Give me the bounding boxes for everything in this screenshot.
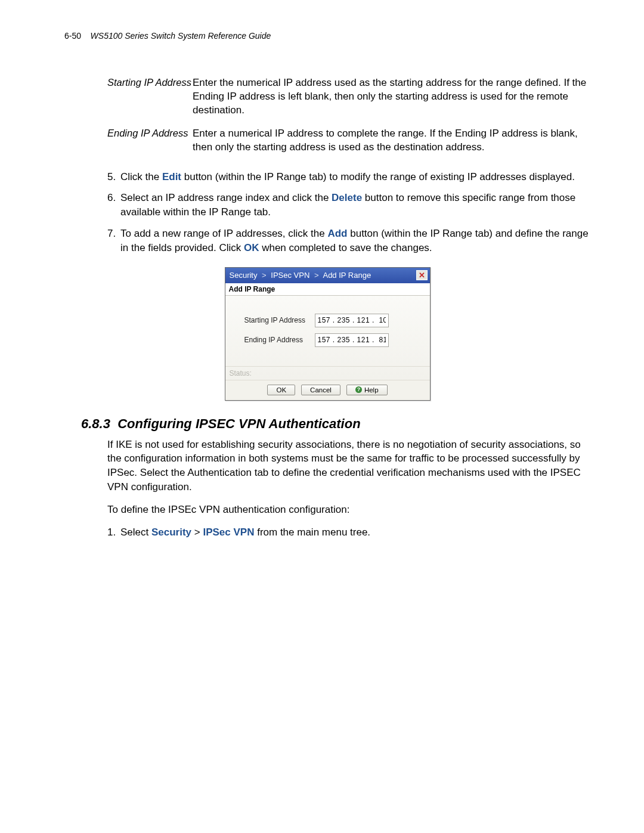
def-term: Ending IP Address [107, 127, 193, 154]
step-list: 1. Select Security > IPSec VPN from the … [107, 525, 590, 540]
def-term: Starting IP Address [107, 76, 193, 117]
step-text: Select Security > IPSec VPN from the mai… [120, 525, 590, 540]
nav-ipsecvpn: IPSec VPN [203, 527, 254, 538]
help-icon: ? [355, 386, 362, 393]
breadcrumb-item: Add IP Range [323, 271, 371, 280]
guide-title: WS5100 Series Switch System Reference Gu… [91, 31, 271, 41]
status-bar: Status: [225, 366, 430, 380]
field-row: Ending IP Address [244, 333, 418, 347]
step-item: 7. To add a new range of IP addresses, c… [107, 227, 590, 255]
dialog-titlebar: Security > IPSec VPN > Add IP Range ✕ [225, 268, 430, 283]
close-icon: ✕ [419, 271, 425, 279]
step-number: 5. [107, 170, 120, 184]
dialog-footer: OK Cancel ? Help [225, 380, 430, 400]
step-list: 5. Click the Edit button (within the IP … [107, 170, 590, 255]
dialog-screenshot: Security > IPSec VPN > Add IP Range ✕ Ad… [225, 267, 431, 401]
paragraph: If IKE is not used for establishing secu… [107, 438, 590, 494]
page-header: 6-50 WS5100 Series Switch System Referen… [64, 31, 590, 41]
step-number: 1. [107, 525, 120, 540]
def-desc: Enter a numerical IP address to complete… [193, 127, 590, 154]
breadcrumb-item: IPSec VPN [271, 271, 309, 280]
chevron-right-icon: > [262, 271, 267, 280]
step-text: Click the Edit button (within the IP Ran… [120, 170, 590, 184]
step-number: 6. [107, 191, 120, 219]
ok-label: OK [244, 242, 259, 253]
cancel-button[interactable]: Cancel [301, 385, 340, 395]
add-ip-range-dialog: Security > IPSec VPN > Add IP Range ✕ Ad… [225, 267, 431, 401]
dialog-subheader: Add IP Range [225, 283, 430, 296]
step-text: Select an IP address range index and cli… [120, 191, 590, 219]
starting-ip-input[interactable] [315, 314, 389, 327]
step-item: 1. Select Security > IPSec VPN from the … [107, 525, 590, 540]
breadcrumb-item: Security [230, 271, 258, 280]
ending-ip-input[interactable] [315, 333, 389, 347]
definition-row: Starting IP Address Enter the numerical … [107, 76, 590, 117]
ending-ip-label: Ending IP Address [244, 336, 315, 344]
delete-label: Delete [332, 192, 362, 203]
section-title: Configuring IPSEC VPN Authentication [117, 416, 360, 431]
ok-button[interactable]: OK [267, 385, 295, 395]
def-desc: Enter the numerical IP address used as t… [193, 76, 590, 117]
chevron-right-icon: > [314, 271, 319, 280]
field-row: Starting IP Address [244, 314, 418, 327]
help-button[interactable]: ? Help [346, 385, 388, 395]
definition-row: Ending IP Address Enter a numerical IP a… [107, 127, 590, 154]
definition-table: Starting IP Address Enter the numerical … [107, 76, 590, 154]
add-label: Add [327, 228, 347, 239]
section-number: 6.8.3 [81, 416, 110, 431]
step-item: 6. Select an IP address range index and … [107, 191, 590, 219]
dialog-body: Starting IP Address Ending IP Address [225, 296, 430, 366]
page-number: 6-50 [64, 31, 81, 41]
step-number: 7. [107, 227, 120, 255]
nav-security: Security [151, 527, 191, 538]
paragraph: To define the IPSEc VPN authentication c… [107, 503, 590, 517]
step-item: 5. Click the Edit button (within the IP … [107, 170, 590, 184]
page-content: 6-50 WS5100 Series Switch System Referen… [0, 0, 644, 576]
breadcrumb: Security > IPSec VPN > Add IP Range [230, 271, 416, 280]
close-button[interactable]: ✕ [416, 270, 428, 280]
step-text: To add a new range of IP addresses, clic… [120, 227, 590, 255]
starting-ip-label: Starting IP Address [244, 316, 315, 324]
edit-label: Edit [162, 171, 181, 182]
section-heading: 6.8.3 Configuring IPSEC VPN Authenticati… [81, 416, 590, 432]
